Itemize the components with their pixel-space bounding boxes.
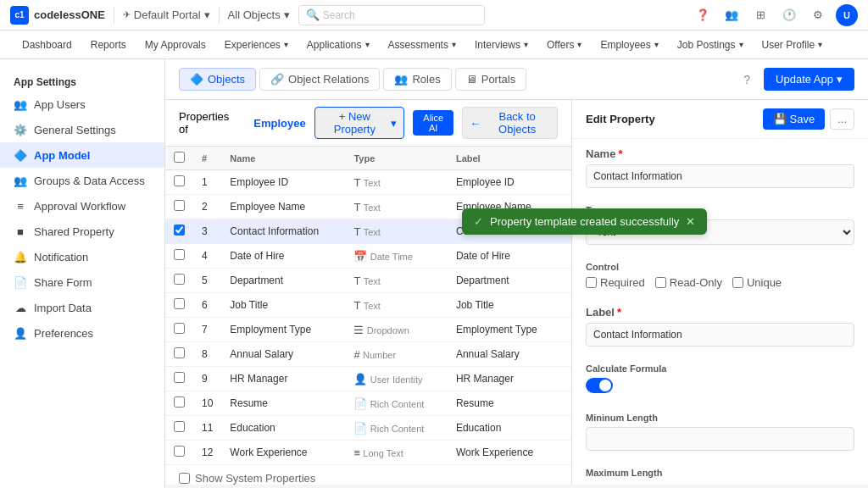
table-row[interactable]: 8 Annual Salary # Number Annual Salary [165,342,571,367]
row-name: Employee ID [221,170,345,195]
user-avatar[interactable]: U [836,4,858,26]
name-input[interactable] [586,164,854,188]
new-property-button[interactable]: + New Property ▾ [314,107,404,139]
row-checkbox[interactable] [174,249,185,260]
row-type: ≡ Long Text [345,441,448,465]
nav-offers[interactable]: Offers [538,30,590,59]
search-bar[interactable]: 🔍 Search [298,5,485,25]
table-row[interactable]: 11 Education 📄 Rich Content Education [165,416,571,441]
share-form-icon: 📄 [14,275,27,289]
row-num: 5 [193,269,221,293]
nav-my-approvals[interactable]: My Approvals [136,30,214,59]
sidebar-item-notification[interactable]: 🔔 Notification [0,244,164,269]
grid-icon-btn[interactable]: ⊞ [749,4,771,26]
select-all-checkbox[interactable] [174,152,185,163]
sidebar-item-share-form[interactable]: 📄 Share Form [0,269,164,295]
name-field: Name * [572,139,868,197]
history-icon-btn[interactable]: 🕐 [778,4,800,26]
settings-icon-btn[interactable]: ⚙ [807,4,829,26]
back-to-objects-button[interactable]: ← Back to Objects [462,107,558,139]
sidebar-item-app-users[interactable]: 👥 App Users [0,92,164,117]
toast-close-button[interactable]: ✕ [686,215,695,228]
users-icon-btn[interactable]: 👥 [721,4,743,26]
sidebar-item-groups-data-access[interactable]: 👥 Groups & Data Access [0,168,164,193]
table-row[interactable]: 5 Department T Text Department [165,269,571,293]
row-checkbox[interactable] [174,298,185,309]
row-num: 7 [193,318,221,342]
read-only-checkbox-item[interactable]: Read-Only [655,276,722,289]
row-label: Resume [448,391,571,416]
help-circle-icon[interactable]: ? [737,69,757,90]
calculate-formula-toggle[interactable] [586,378,613,393]
save-button[interactable]: 💾 Save [763,108,826,130]
min-length-input[interactable] [586,427,854,451]
type-icon: T [353,225,360,238]
approval-workflow-icon: ≡ [14,199,27,213]
row-checkbox[interactable] [174,200,185,211]
unique-checkbox[interactable] [732,277,743,288]
type-badge: Text [364,301,381,311]
row-checkbox[interactable] [174,372,185,383]
sidebar-item-import-data[interactable]: ☁ Import Data [0,295,164,320]
nav-job-postings[interactable]: Job Postings [669,30,752,59]
edit-panel-title: Edit Property [586,113,655,125]
row-checkbox[interactable] [174,347,185,358]
help-icon-btn[interactable]: ❓ [692,4,714,26]
sidebar-item-approval-workflow[interactable]: ≡ Approval Workflow [0,193,164,219]
preferences-icon: 👤 [14,326,27,340]
sidebar-item-preferences[interactable]: 👤 Preferences [0,320,164,346]
row-name: Contact Information [221,219,345,244]
row-checkbox[interactable] [174,225,185,236]
nav-dashboard[interactable]: Dashboard [14,30,81,59]
all-objects-dropdown[interactable]: All Objects ▾ [228,8,290,21]
portal-button[interactable]: ✈ Default Portal ▾ [123,8,210,21]
row-num: 6 [193,293,221,318]
row-num: 4 [193,244,221,269]
read-only-checkbox[interactable] [655,277,666,288]
show-system-checkbox[interactable] [179,473,190,484]
nav-employees[interactable]: Employees [592,30,666,59]
row-type: 📄 Rich Content [345,391,448,416]
required-checkbox-item[interactable]: Required [586,276,645,289]
sidebar-item-label: Approval Workflow [34,200,125,213]
save-label: Save [790,113,815,125]
sidebar-item-shared-property[interactable]: ■ Shared Property [0,219,164,244]
show-system-properties[interactable]: Show System Properties [165,465,571,485]
nav-assessments[interactable]: Assessments [380,30,465,59]
row-checkbox[interactable] [174,323,185,334]
row-type: ☰ Dropdown [345,318,448,342]
row-checkbox[interactable] [174,421,185,432]
table-row[interactable]: 1 Employee ID T Text Employee ID [165,170,571,195]
nav-interviews[interactable]: Interviews [466,30,537,59]
edit-panel: Edit Property 💾 Save ... Name * [571,100,868,485]
unique-checkbox-item[interactable]: Unique [732,276,782,289]
row-checkbox[interactable] [174,274,185,285]
sidebar-item-general-settings[interactable]: ⚙️ General Settings [0,117,164,142]
more-options-button[interactable]: ... [830,108,854,130]
table-row[interactable]: 6 Job Title T Text Job Title [165,293,571,318]
row-checkbox[interactable] [174,446,185,457]
nav-reports[interactable]: Reports [82,30,135,59]
table-row[interactable]: 12 Work Experience ≡ Long Text Work Expe… [165,441,571,465]
tab-portals[interactable]: 🖥 Portals [455,68,526,91]
sidebar-item-label: Import Data [34,302,92,314]
row-checkbox[interactable] [174,175,185,186]
table-row[interactable]: 7 Employment Type ☰ Dropdown Employment … [165,318,571,342]
type-icon: T [353,274,360,287]
row-type: T Text [345,293,448,318]
tab-objects[interactable]: 🔷 Objects [179,68,256,91]
sidebar-item-app-model[interactable]: 🔷 App Model [0,142,164,168]
update-app-button[interactable]: Update App ▾ [764,68,854,91]
required-checkbox[interactable] [586,277,597,288]
tab-object-relations[interactable]: 🔗 Object Relations [259,68,380,91]
table-row[interactable]: 4 Date of Hire 📅 Date Time Date of Hire [165,244,571,269]
row-checkbox[interactable] [174,396,185,408]
tab-roles[interactable]: 👥 Roles [383,68,451,91]
table-row[interactable]: 9 HR Manager 👤 User Identity HR Manager [165,367,571,391]
nav-user-profile[interactable]: User Profile [754,30,832,59]
alice-ai-button[interactable]: Alice AI [413,110,453,136]
nav-applications[interactable]: Applications [298,30,378,59]
nav-experiences[interactable]: Experiences [216,30,297,59]
label-input[interactable] [586,323,854,347]
table-row[interactable]: 10 Resume 📄 Rich Content Resume [165,391,571,416]
